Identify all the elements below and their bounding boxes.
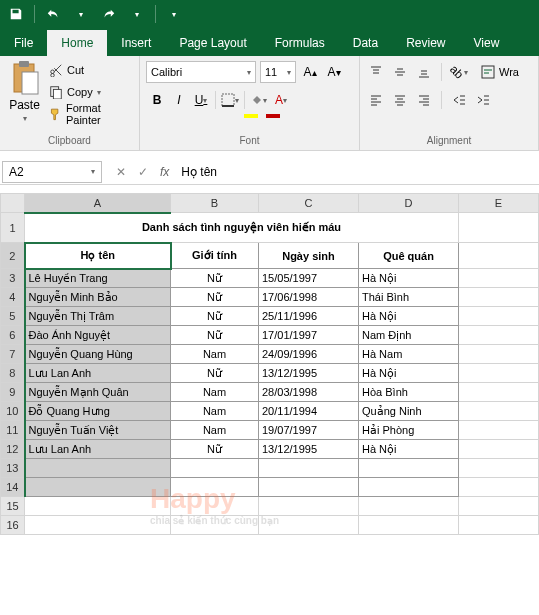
cell[interactable] [459, 383, 539, 402]
row-header[interactable]: 1 [1, 213, 25, 243]
increase-font-button[interactable]: A▴ [300, 61, 320, 83]
fx-icon[interactable]: fx [154, 165, 175, 179]
cell[interactable]: Đào Ánh Nguyệt [25, 326, 171, 345]
row-header[interactable]: 4 [1, 288, 25, 307]
cancel-formula-icon[interactable]: ✕ [110, 161, 132, 183]
cell[interactable]: Quê quán [359, 243, 459, 269]
cell[interactable]: Nam [171, 402, 259, 421]
cell[interactable]: Nữ [171, 288, 259, 307]
tab-formulas[interactable]: Formulas [261, 30, 339, 56]
cell[interactable]: Nguyễn Thị Trâm [25, 307, 171, 326]
save-icon[interactable] [4, 2, 28, 26]
cell[interactable]: Đỗ Quang Hưng [25, 402, 171, 421]
cell[interactable]: Thái Bình [359, 288, 459, 307]
align-middle-button[interactable] [390, 62, 410, 82]
cell[interactable]: Nguyễn Mạnh Quân [25, 383, 171, 402]
name-box[interactable]: A2▾ [2, 161, 102, 183]
title-cell[interactable]: Danh sách tình nguyện viên hiến máu [25, 213, 459, 243]
cell[interactable] [171, 478, 259, 497]
select-all-corner[interactable] [1, 194, 25, 213]
cell[interactable]: 13/12/1995 [259, 440, 359, 459]
cell[interactable]: Nữ [171, 326, 259, 345]
cell[interactable] [259, 516, 359, 535]
decrease-font-button[interactable]: A▾ [324, 61, 344, 83]
cell[interactable]: Nguyễn Minh Bảo [25, 288, 171, 307]
cell[interactable]: Ngày sinh [259, 243, 359, 269]
align-center-button[interactable] [390, 90, 410, 110]
cell[interactable] [359, 459, 459, 478]
cell[interactable]: Nữ [171, 440, 259, 459]
align-left-button[interactable] [366, 90, 386, 110]
paste-button[interactable]: Paste ▾ [6, 60, 43, 124]
align-bottom-button[interactable] [414, 62, 434, 82]
fill-color-button[interactable]: ▾ [248, 89, 270, 111]
cell[interactable] [459, 402, 539, 421]
cell[interactable]: 19/07/1997 [259, 421, 359, 440]
cell[interactable] [25, 497, 171, 516]
enter-formula-icon[interactable]: ✓ [132, 161, 154, 183]
cell[interactable]: Nữ [171, 307, 259, 326]
cell[interactable]: Nguyễn Quang Hùng [25, 345, 171, 364]
tab-view[interactable]: View [460, 30, 514, 56]
copy-button[interactable]: Copy ▾ [49, 82, 133, 102]
cell[interactable] [171, 459, 259, 478]
cell[interactable] [459, 307, 539, 326]
cell[interactable]: Giới tính [171, 243, 259, 269]
cell[interactable] [171, 516, 259, 535]
redo-icon[interactable] [97, 2, 121, 26]
cell[interactable]: 28/03/1998 [259, 383, 359, 402]
redo-dropdown-icon[interactable]: ▾ [125, 2, 149, 26]
qat-customize-icon[interactable]: ▾ [162, 2, 186, 26]
cell[interactable] [459, 288, 539, 307]
tab-page-layout[interactable]: Page Layout [165, 30, 260, 56]
format-painter-button[interactable]: Format Painter [49, 104, 133, 124]
row-header[interactable]: 3 [1, 269, 25, 288]
cell[interactable] [459, 326, 539, 345]
row-header[interactable]: 8 [1, 364, 25, 383]
cell[interactable] [359, 516, 459, 535]
cell[interactable] [459, 440, 539, 459]
cell[interactable]: Hà Nam [359, 345, 459, 364]
cell[interactable]: 20/11/1994 [259, 402, 359, 421]
italic-button[interactable]: I [168, 89, 190, 111]
cell[interactable] [459, 243, 539, 269]
cell[interactable]: Nguyễn Tuấn Việt [25, 421, 171, 440]
cell[interactable] [259, 459, 359, 478]
cell[interactable]: Lưu Lan Anh [25, 364, 171, 383]
cell[interactable]: Nữ [171, 269, 259, 288]
orientation-button[interactable]: ab▾ [449, 62, 469, 82]
cell[interactable] [25, 478, 171, 497]
undo-icon[interactable] [41, 2, 65, 26]
cell[interactable]: Quảng Ninh [359, 402, 459, 421]
font-name-select[interactable]: Calibri▾ [146, 61, 256, 83]
cell[interactable] [459, 364, 539, 383]
wrap-text-button[interactable]: Wra [481, 65, 519, 79]
cell[interactable]: Hà Nội [359, 269, 459, 288]
cell[interactable] [25, 516, 171, 535]
col-header-a[interactable]: A [25, 194, 171, 213]
undo-dropdown-icon[interactable]: ▾ [69, 2, 93, 26]
cell[interactable]: Nữ [171, 364, 259, 383]
decrease-indent-button[interactable] [449, 90, 469, 110]
row-header[interactable]: 6 [1, 326, 25, 345]
tab-home[interactable]: Home [47, 30, 107, 56]
font-size-select[interactable]: 11▾ [260, 61, 296, 83]
row-header[interactable]: 14 [1, 478, 25, 497]
tab-data[interactable]: Data [339, 30, 392, 56]
cell[interactable] [459, 345, 539, 364]
row-header[interactable]: 13 [1, 459, 25, 478]
col-header-d[interactable]: D [359, 194, 459, 213]
underline-button[interactable]: U ▾ [190, 89, 212, 111]
cell[interactable]: Nam [171, 421, 259, 440]
increase-indent-button[interactable] [473, 90, 493, 110]
row-header[interactable]: 11 [1, 421, 25, 440]
align-right-button[interactable] [414, 90, 434, 110]
cell[interactable]: 17/06/1998 [259, 288, 359, 307]
cell[interactable] [359, 497, 459, 516]
cell[interactable] [459, 497, 539, 516]
cell[interactable] [259, 497, 359, 516]
cell[interactable] [259, 478, 359, 497]
cell[interactable]: Nam [171, 383, 259, 402]
align-top-button[interactable] [366, 62, 386, 82]
cell[interactable] [459, 478, 539, 497]
